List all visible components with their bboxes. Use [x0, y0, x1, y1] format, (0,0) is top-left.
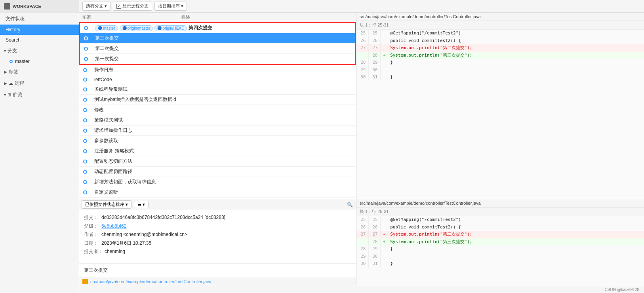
commit-row[interactable]: 请求增加操作日志	[79, 126, 356, 136]
commit-row[interactable]: 第二次提交	[80, 44, 355, 54]
sidebar-item-search[interactable]: Search	[0, 35, 79, 45]
graph-dot-icon	[84, 36, 88, 40]
graph-dot-icon	[83, 180, 87, 184]
date-value: 2023年1月6日 10:27:35	[101, 239, 151, 248]
sidebar-section-remote[interactable]: ▶ ☁ 远程	[0, 78, 79, 89]
parent-field: 父级： 6e5bb8bf62	[84, 222, 351, 231]
commit-message: 策略模式测试	[91, 117, 356, 124]
commit-message: 第一次提交	[92, 55, 355, 62]
committer-value: chenming	[105, 247, 125, 256]
chevron-down-icon: ▾	[4, 49, 6, 53]
commit-message: 第二次提交	[92, 45, 355, 52]
commit-list[interactable]: 🔵master🔵origin/master🔵origin/HEAD第四次提交第三…	[79, 22, 356, 199]
graph-col	[79, 190, 91, 194]
diff-row: 2930	[356, 253, 644, 261]
sidebar-item-history[interactable]: History	[0, 25, 79, 35]
graph-dot-icon	[83, 68, 87, 72]
commit-row[interactable]: 策略模式测试	[79, 115, 356, 126]
all-branches-dropdown[interactable]: 所有分支 ▾	[82, 2, 111, 11]
diff-row: 28+ System.out.println("第三次提交");	[356, 52, 644, 59]
sidebar-section-branches[interactable]: ▾ 分支	[0, 45, 79, 57]
diff-file-path: src/main/java/com/example/demo/controlle…	[356, 13, 644, 21]
commit-row[interactable]: 测试mybatis插入数据是否会返回数据id	[79, 95, 356, 105]
graph-dot-icon	[83, 149, 87, 153]
graph-dot-icon	[83, 78, 87, 82]
details-toolbar: 已依照文件状态排序 ▾ ☰ ▾ 🔍	[79, 199, 356, 210]
commit-message: 测试mybatis插入数据是否会返回数据id	[91, 96, 356, 103]
diff-row: 2727- System.out.println("第二次提交");	[356, 44, 644, 52]
graph-dot-icon	[84, 26, 88, 30]
parent-label: 父级：	[84, 222, 100, 231]
commit-row[interactable]: 新增方法切面，获取请求信息	[79, 177, 356, 187]
commit-row[interactable]: 修改	[79, 105, 356, 115]
commit-row[interactable]: lettCode	[79, 75, 356, 84]
tag-badge: 🔵master	[95, 25, 118, 31]
details-menu-btn[interactable]: ☰ ▾	[134, 201, 149, 208]
graph-dot-icon	[84, 57, 88, 61]
commit-message: 动态配置切面路径	[91, 168, 356, 175]
bottom-diff-hunk-info: 块 1：行 25-31	[356, 207, 644, 216]
sort-status-arrow-icon: ▾	[126, 202, 128, 207]
commit-message: 🔵master🔵origin/master🔵origin/HEAD第四次提交	[92, 25, 355, 31]
sidebar-item-master[interactable]: master	[0, 57, 79, 66]
branch-dot-icon	[10, 60, 13, 63]
commit-message: 请求增加操作日志	[91, 127, 356, 134]
diff-row: 2930	[356, 67, 644, 74]
date-field: 日期： 2023年1月6日 10:27:35	[84, 239, 351, 248]
sort-by-date-dropdown[interactable]: 按日期排序 ▾	[154, 2, 187, 11]
graph-dot-icon	[84, 47, 88, 51]
graph-col	[79, 118, 91, 122]
hash-label: 提交：	[84, 213, 100, 222]
commit-message: lettCode	[91, 77, 356, 82]
diff-row: 2829 }	[356, 245, 644, 253]
commit-message: 注册服务-策略模式	[91, 148, 356, 154]
date-label: 日期：	[84, 239, 100, 248]
graph-col	[79, 180, 91, 184]
show-remote-checkbox-btn[interactable]: ✓ 显示远程分支	[113, 2, 152, 11]
graph-col	[79, 68, 91, 72]
hash-value: dc03283d46a8fc3b678442fd382c71203dcc5a24…	[101, 213, 225, 222]
sidebar-item-file-status[interactable]: 文件状态	[0, 13, 79, 25]
diff-row: 2525 @GetMapping("/commitTest2")	[356, 216, 644, 224]
commit-row[interactable]: 配置动态切面方法	[79, 156, 356, 167]
commit-row[interactable]: 第一次提交	[80, 54, 355, 64]
commit-details: 已依照文件状态排序 ▾ ☰ ▾ 🔍 提交： dc03283d46a8fc3b67…	[79, 199, 356, 286]
file-link[interactable]: src/main/java/com/example/demo/controlle…	[90, 279, 211, 284]
commit-row[interactable]: 多参数获取	[79, 136, 356, 146]
commit-message: 自定义监听	[91, 189, 356, 196]
commit-row[interactable]: 第三次提交	[80, 33, 355, 44]
search-icon[interactable]: 🔍	[346, 201, 354, 209]
graph-col	[79, 160, 91, 164]
graph-col	[79, 149, 91, 153]
commit-row[interactable]: 多线程异常测试	[79, 84, 356, 95]
diff-row: 2829 }	[356, 59, 644, 67]
commit-row[interactable]: 注册服务-策略模式	[79, 146, 356, 156]
commit-row[interactable]: stream测试	[79, 198, 356, 199]
graph-dot-icon	[83, 118, 87, 122]
sidebar-section-stash[interactable]: ▾ ⊞ 贮藏	[0, 89, 79, 101]
commit-message: 多线程异常测试	[91, 86, 356, 93]
commit-row[interactable]: 操作日志	[79, 65, 356, 75]
commit-row[interactable]: 自定义监听	[79, 187, 356, 198]
parent-value[interactable]: 6e5bb8bf62	[101, 222, 126, 231]
commit-info: 提交： dc03283d46a8fc3b678442fd382c71203dcc…	[79, 210, 356, 263]
commit-row[interactable]: 动态配置切面路径	[79, 167, 356, 177]
main-content: 所有分支 ▾ ✓ 显示远程分支 按日期排序 ▾ 图谱 描述 �	[79, 0, 644, 293]
commit-row[interactable]: 🔵master🔵origin/master🔵origin/HEAD第四次提交	[80, 23, 355, 33]
graph-col	[79, 139, 91, 143]
bottom-diff-file-path: src/main/java/com/example/demo/controlle…	[356, 199, 644, 207]
commit-message: 第三次提交	[92, 35, 355, 42]
graph-col	[79, 170, 91, 174]
graph-column-header: 图谱	[79, 13, 178, 22]
panel-header: 图谱 描述	[79, 13, 356, 22]
sort-dropdown-arrow-icon: ▾	[181, 4, 183, 9]
sidebar-section-tags[interactable]: ▶ 标签	[0, 66, 79, 78]
graph-dot-icon	[83, 108, 87, 112]
checkbox-icon: ✓	[116, 4, 121, 9]
author-field: 作者： chenming <chenming@mobimedical.cn>	[84, 230, 351, 239]
graph-dot-icon	[83, 88, 87, 91]
author-label: 作者：	[84, 230, 100, 239]
bottom-diff-content: 2525 @GetMapping("/commitTest2")2626 pub…	[356, 216, 644, 286]
sort-by-status-dropdown[interactable]: 已依照文件状态排序 ▾	[82, 200, 131, 209]
dropdown-arrow-icon: ▾	[105, 4, 107, 9]
